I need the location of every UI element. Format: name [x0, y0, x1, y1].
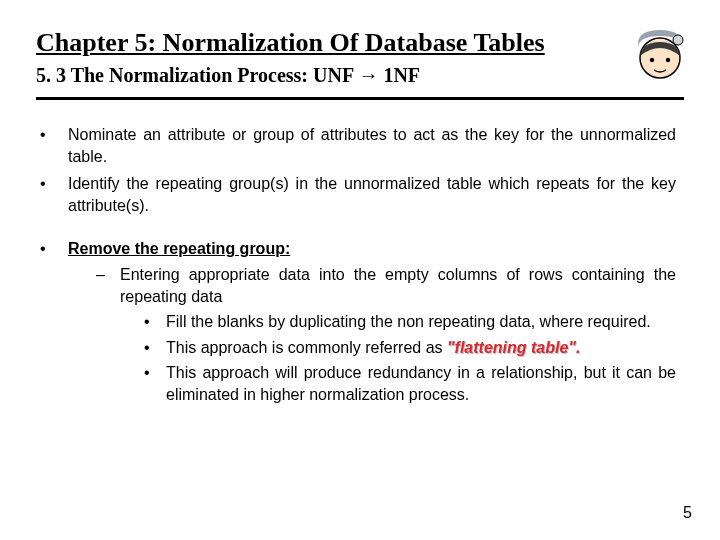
- bullet-icon: •: [144, 362, 166, 405]
- svg-point-3: [673, 35, 683, 45]
- slide: Chapter 5: Normalization Of Database Tab…: [0, 0, 720, 540]
- subtitle-suffix: 1NF: [378, 64, 420, 86]
- bullet-list: • Nominate an attribute or group of attr…: [36, 124, 684, 216]
- subtitle-prefix: 5. 3 The Normalization Process: UNF: [36, 64, 358, 86]
- list-item: • Nominate an attribute or group of attr…: [40, 124, 676, 167]
- bullet-text: Identify the repeating group(s) in the u…: [68, 173, 676, 216]
- list-item: • Fill the blanks by duplicating the non…: [144, 311, 676, 333]
- sub-body: Entering appropriate data into the empty…: [120, 264, 676, 410]
- list-item: • This approach will produce redundancy …: [144, 362, 676, 405]
- sub-list: – Entering appropriate data into the emp…: [68, 264, 676, 410]
- dash-icon: –: [96, 264, 120, 410]
- emphasis-text: "flattening table".: [447, 339, 580, 356]
- list-item: • Remove the repeating group: – Entering…: [40, 238, 676, 413]
- avatar-icon: [630, 22, 690, 82]
- list-item: – Entering appropriate data into the emp…: [96, 264, 676, 410]
- sub-sub-text: Fill the blanks by duplicating the non r…: [166, 311, 676, 333]
- chapter-title: Chapter 5: Normalization Of Database Tab…: [36, 28, 684, 58]
- bullet-icon: •: [40, 173, 68, 216]
- bullet-icon: •: [40, 238, 68, 413]
- sub-sub-text: This approach is commonly referred as "f…: [166, 337, 676, 359]
- arrow-icon: →: [358, 64, 378, 86]
- section-subtitle: 5. 3 The Normalization Process: UNF → 1N…: [36, 64, 684, 87]
- text-prefix: This approach is commonly referred as: [166, 339, 447, 356]
- bullet-icon: •: [144, 337, 166, 359]
- divider: [36, 97, 684, 100]
- svg-point-1: [650, 58, 654, 62]
- bullet-list: • Remove the repeating group: – Entering…: [36, 238, 684, 413]
- spacer: [36, 222, 684, 238]
- list-item: • Identify the repeating group(s) in the…: [40, 173, 676, 216]
- bullet-body: Remove the repeating group: – Entering a…: [68, 238, 676, 413]
- sub-text: Entering appropriate data into the empty…: [120, 266, 676, 305]
- bullet-heading: Remove the repeating group:: [68, 240, 290, 257]
- page-number: 5: [683, 504, 692, 522]
- bullet-icon: •: [144, 311, 166, 333]
- bullet-text: Nominate an attribute or group of attrib…: [68, 124, 676, 167]
- list-item: • This approach is commonly referred as …: [144, 337, 676, 359]
- sub-sub-text: This approach will produce redundancy in…: [166, 362, 676, 405]
- svg-point-2: [666, 58, 670, 62]
- bullet-icon: •: [40, 124, 68, 167]
- sub-sub-list: • Fill the blanks by duplicating the non…: [120, 311, 676, 405]
